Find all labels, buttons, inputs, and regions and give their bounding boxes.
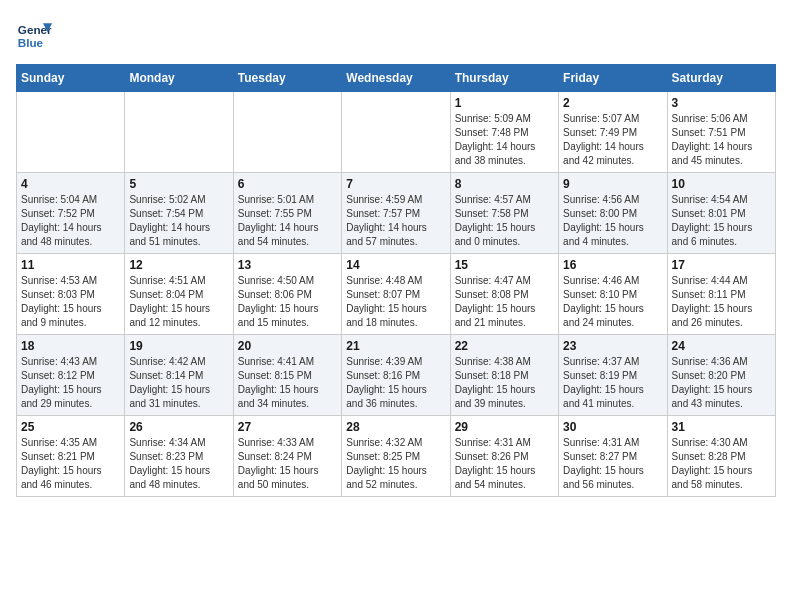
day-number: 4 [21, 177, 120, 191]
calendar-cell [125, 92, 233, 173]
day-info: Sunrise: 4:32 AM Sunset: 8:25 PM Dayligh… [346, 436, 445, 492]
calendar-cell: 18Sunrise: 4:43 AM Sunset: 8:12 PM Dayli… [17, 335, 125, 416]
day-number: 11 [21, 258, 120, 272]
calendar-week-4: 18Sunrise: 4:43 AM Sunset: 8:12 PM Dayli… [17, 335, 776, 416]
day-number: 13 [238, 258, 337, 272]
day-info: Sunrise: 4:41 AM Sunset: 8:15 PM Dayligh… [238, 355, 337, 411]
day-info: Sunrise: 4:39 AM Sunset: 8:16 PM Dayligh… [346, 355, 445, 411]
day-info: Sunrise: 4:44 AM Sunset: 8:11 PM Dayligh… [672, 274, 771, 330]
day-number: 29 [455, 420, 554, 434]
day-number: 2 [563, 96, 662, 110]
day-number: 27 [238, 420, 337, 434]
day-number: 20 [238, 339, 337, 353]
day-number: 6 [238, 177, 337, 191]
day-number: 12 [129, 258, 228, 272]
day-number: 9 [563, 177, 662, 191]
day-number: 22 [455, 339, 554, 353]
calendar-cell: 30Sunrise: 4:31 AM Sunset: 8:27 PM Dayli… [559, 416, 667, 497]
calendar-cell: 23Sunrise: 4:37 AM Sunset: 8:19 PM Dayli… [559, 335, 667, 416]
calendar-cell: 15Sunrise: 4:47 AM Sunset: 8:08 PM Dayli… [450, 254, 558, 335]
calendar-cell: 13Sunrise: 4:50 AM Sunset: 8:06 PM Dayli… [233, 254, 341, 335]
calendar-cell: 27Sunrise: 4:33 AM Sunset: 8:24 PM Dayli… [233, 416, 341, 497]
logo: General Blue [16, 16, 52, 52]
calendar-week-1: 1Sunrise: 5:09 AM Sunset: 7:48 PM Daylig… [17, 92, 776, 173]
day-number: 18 [21, 339, 120, 353]
day-number: 21 [346, 339, 445, 353]
svg-text:Blue: Blue [18, 36, 44, 49]
calendar-cell: 11Sunrise: 4:53 AM Sunset: 8:03 PM Dayli… [17, 254, 125, 335]
calendar-cell: 14Sunrise: 4:48 AM Sunset: 8:07 PM Dayli… [342, 254, 450, 335]
calendar-cell: 9Sunrise: 4:56 AM Sunset: 8:00 PM Daylig… [559, 173, 667, 254]
day-info: Sunrise: 5:06 AM Sunset: 7:51 PM Dayligh… [672, 112, 771, 168]
logo-icon: General Blue [16, 16, 52, 52]
day-number: 19 [129, 339, 228, 353]
day-info: Sunrise: 4:34 AM Sunset: 8:23 PM Dayligh… [129, 436, 228, 492]
day-number: 26 [129, 420, 228, 434]
day-info: Sunrise: 4:31 AM Sunset: 8:27 PM Dayligh… [563, 436, 662, 492]
weekday-header-friday: Friday [559, 65, 667, 92]
calendar-cell: 1Sunrise: 5:09 AM Sunset: 7:48 PM Daylig… [450, 92, 558, 173]
calendar-cell: 10Sunrise: 4:54 AM Sunset: 8:01 PM Dayli… [667, 173, 775, 254]
weekday-header-tuesday: Tuesday [233, 65, 341, 92]
day-info: Sunrise: 4:51 AM Sunset: 8:04 PM Dayligh… [129, 274, 228, 330]
day-info: Sunrise: 4:57 AM Sunset: 7:58 PM Dayligh… [455, 193, 554, 249]
calendar-table: SundayMondayTuesdayWednesdayThursdayFrid… [16, 64, 776, 497]
calendar-week-3: 11Sunrise: 4:53 AM Sunset: 8:03 PM Dayli… [17, 254, 776, 335]
day-number: 15 [455, 258, 554, 272]
calendar-cell: 20Sunrise: 4:41 AM Sunset: 8:15 PM Dayli… [233, 335, 341, 416]
weekday-header-sunday: Sunday [17, 65, 125, 92]
day-number: 14 [346, 258, 445, 272]
day-info: Sunrise: 4:53 AM Sunset: 8:03 PM Dayligh… [21, 274, 120, 330]
calendar-cell: 29Sunrise: 4:31 AM Sunset: 8:26 PM Dayli… [450, 416, 558, 497]
day-info: Sunrise: 4:42 AM Sunset: 8:14 PM Dayligh… [129, 355, 228, 411]
day-number: 10 [672, 177, 771, 191]
calendar-cell: 5Sunrise: 5:02 AM Sunset: 7:54 PM Daylig… [125, 173, 233, 254]
day-info: Sunrise: 4:33 AM Sunset: 8:24 PM Dayligh… [238, 436, 337, 492]
calendar-cell: 7Sunrise: 4:59 AM Sunset: 7:57 PM Daylig… [342, 173, 450, 254]
day-number: 30 [563, 420, 662, 434]
day-number: 25 [21, 420, 120, 434]
calendar-cell [342, 92, 450, 173]
day-number: 3 [672, 96, 771, 110]
day-number: 24 [672, 339, 771, 353]
weekday-header-monday: Monday [125, 65, 233, 92]
calendar-cell: 4Sunrise: 5:04 AM Sunset: 7:52 PM Daylig… [17, 173, 125, 254]
day-number: 31 [672, 420, 771, 434]
day-info: Sunrise: 4:50 AM Sunset: 8:06 PM Dayligh… [238, 274, 337, 330]
calendar-cell: 21Sunrise: 4:39 AM Sunset: 8:16 PM Dayli… [342, 335, 450, 416]
day-number: 17 [672, 258, 771, 272]
day-info: Sunrise: 5:01 AM Sunset: 7:55 PM Dayligh… [238, 193, 337, 249]
day-info: Sunrise: 4:30 AM Sunset: 8:28 PM Dayligh… [672, 436, 771, 492]
day-info: Sunrise: 4:38 AM Sunset: 8:18 PM Dayligh… [455, 355, 554, 411]
calendar-cell [233, 92, 341, 173]
calendar-cell: 26Sunrise: 4:34 AM Sunset: 8:23 PM Dayli… [125, 416, 233, 497]
calendar-cell: 2Sunrise: 5:07 AM Sunset: 7:49 PM Daylig… [559, 92, 667, 173]
day-info: Sunrise: 4:59 AM Sunset: 7:57 PM Dayligh… [346, 193, 445, 249]
day-number: 28 [346, 420, 445, 434]
calendar-header-row: SundayMondayTuesdayWednesdayThursdayFrid… [17, 65, 776, 92]
calendar-cell: 17Sunrise: 4:44 AM Sunset: 8:11 PM Dayli… [667, 254, 775, 335]
calendar-cell: 24Sunrise: 4:36 AM Sunset: 8:20 PM Dayli… [667, 335, 775, 416]
calendar-cell: 12Sunrise: 4:51 AM Sunset: 8:04 PM Dayli… [125, 254, 233, 335]
day-number: 16 [563, 258, 662, 272]
calendar-cell: 25Sunrise: 4:35 AM Sunset: 8:21 PM Dayli… [17, 416, 125, 497]
day-info: Sunrise: 5:02 AM Sunset: 7:54 PM Dayligh… [129, 193, 228, 249]
day-number: 8 [455, 177, 554, 191]
day-info: Sunrise: 4:31 AM Sunset: 8:26 PM Dayligh… [455, 436, 554, 492]
page-header: General Blue [16, 16, 776, 52]
day-info: Sunrise: 5:07 AM Sunset: 7:49 PM Dayligh… [563, 112, 662, 168]
day-info: Sunrise: 4:35 AM Sunset: 8:21 PM Dayligh… [21, 436, 120, 492]
day-number: 5 [129, 177, 228, 191]
calendar-cell: 22Sunrise: 4:38 AM Sunset: 8:18 PM Dayli… [450, 335, 558, 416]
weekday-header-saturday: Saturday [667, 65, 775, 92]
day-info: Sunrise: 4:54 AM Sunset: 8:01 PM Dayligh… [672, 193, 771, 249]
calendar-cell: 31Sunrise: 4:30 AM Sunset: 8:28 PM Dayli… [667, 416, 775, 497]
day-info: Sunrise: 5:04 AM Sunset: 7:52 PM Dayligh… [21, 193, 120, 249]
calendar-cell: 19Sunrise: 4:42 AM Sunset: 8:14 PM Dayli… [125, 335, 233, 416]
day-number: 23 [563, 339, 662, 353]
calendar-cell: 28Sunrise: 4:32 AM Sunset: 8:25 PM Dayli… [342, 416, 450, 497]
day-number: 7 [346, 177, 445, 191]
weekday-header-wednesday: Wednesday [342, 65, 450, 92]
day-number: 1 [455, 96, 554, 110]
calendar-cell: 16Sunrise: 4:46 AM Sunset: 8:10 PM Dayli… [559, 254, 667, 335]
